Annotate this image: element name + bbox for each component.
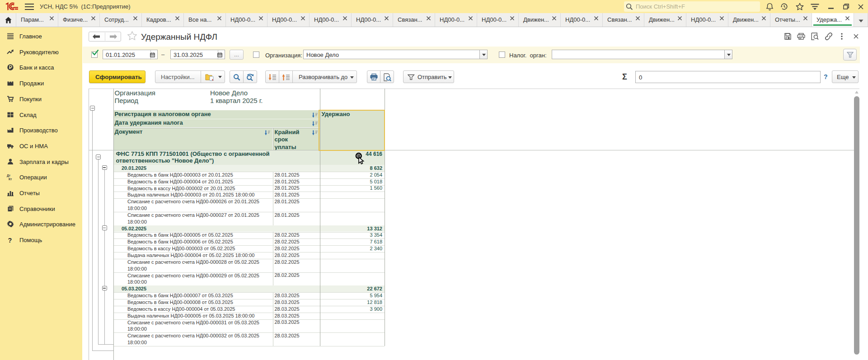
svg-text:?: ?	[8, 237, 12, 244]
svg-text:Кт: Кт	[9, 178, 12, 181]
